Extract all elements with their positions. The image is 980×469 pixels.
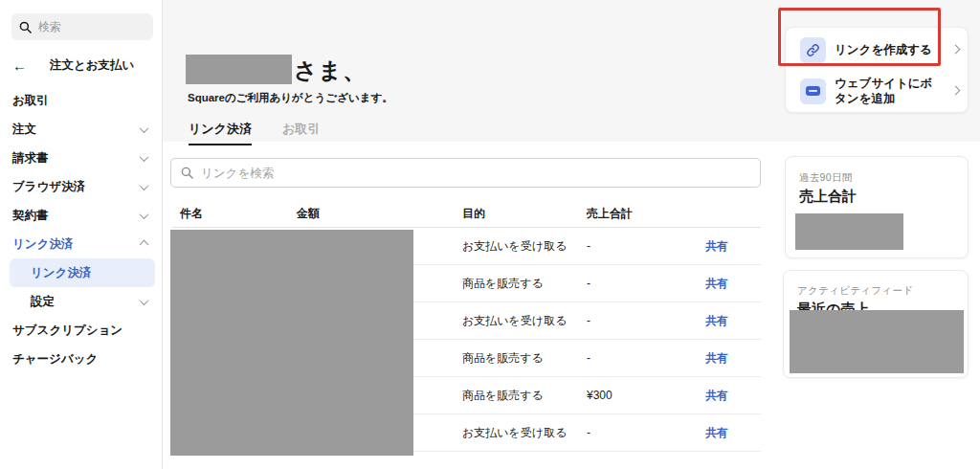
purpose-cell: お支払いを受け取る xyxy=(462,238,587,255)
create-link-label: リンクを作成する xyxy=(835,42,942,57)
create-link-action[interactable]: リンクを作成する xyxy=(786,30,968,70)
link-search-input[interactable] xyxy=(201,167,750,180)
sidebar-item-payment-links-sub[interactable]: リンク決済 xyxy=(10,258,155,287)
sidebar-item-orders[interactable]: 注文 xyxy=(0,115,163,144)
chevron-up-icon xyxy=(140,239,149,249)
sales-summary-card: 過去90日間 売上合計 xyxy=(785,156,969,258)
purpose-cell: お支払いを受け取る xyxy=(462,425,587,441)
table-header-row: 件名 金額 目的 売上合計 xyxy=(172,201,761,228)
chevron-right-icon xyxy=(951,86,961,96)
redacted-sales-amount xyxy=(795,213,903,250)
sidebar-item-payment-links[interactable]: リンク決済 xyxy=(0,230,163,258)
sales-total-title: 売上合計 xyxy=(799,188,956,206)
main-tabs: リンク決済 お取引 xyxy=(189,121,320,145)
add-website-button-label: ウェブサイトにボタンを追加 xyxy=(835,76,942,107)
chevron-down-icon xyxy=(140,181,149,190)
sidebar-item-invoices[interactable]: 請求書 xyxy=(0,144,163,172)
total-cell: ¥300 xyxy=(587,389,705,402)
column-header-purpose: 目的 xyxy=(462,206,587,222)
links-table: 件名 金額 目的 売上合計 お支払いを受け取る - 共有 商品を販売する - 共… xyxy=(172,201,761,452)
search-icon xyxy=(181,167,193,179)
chevron-down-icon xyxy=(140,123,149,133)
total-cell: - xyxy=(587,277,705,290)
purpose-cell: お支払いを受け取る xyxy=(462,313,587,329)
greeting-subtitle: Squareのご利用ありがとうございます。 xyxy=(188,91,393,105)
share-link[interactable]: 共有 xyxy=(705,313,761,329)
redacted-link-names-block xyxy=(170,230,413,456)
sidebar-item-contracts[interactable]: 契約書 xyxy=(0,201,163,230)
purpose-cell: 商品を販売する xyxy=(462,276,587,292)
total-cell: - xyxy=(587,426,705,439)
sidebar-section-title: 注文とお支払い xyxy=(50,57,134,74)
tab-transactions[interactable]: お取引 xyxy=(282,121,320,145)
chevron-down-icon xyxy=(140,210,149,219)
share-link[interactable]: 共有 xyxy=(705,350,761,367)
activity-feed-card: アクティビティフィード 最近の売上 xyxy=(783,270,969,378)
sidebar-item-subscriptions[interactable]: サブスクリプション xyxy=(0,316,163,345)
chevron-down-icon xyxy=(140,296,149,305)
sidebar-search-box[interactable] xyxy=(11,13,153,40)
link-icon xyxy=(800,37,826,63)
tab-payment-links[interactable]: リンク決済 xyxy=(189,121,252,145)
link-search-box[interactable] xyxy=(170,158,761,188)
sales-period-label: 過去90日間 xyxy=(799,171,956,185)
website-button-icon xyxy=(800,78,826,104)
sidebar: ← 注文とお支払い お取引 注文 請求書 ブラウザ決済 契約書 リンク決済 リン… xyxy=(0,0,163,469)
activity-feed-label: アクティビティフィード xyxy=(797,284,956,298)
share-link[interactable]: 共有 xyxy=(705,425,761,441)
greeting-text: さま、 xyxy=(294,56,367,86)
purpose-cell: 商品を販売する xyxy=(462,388,587,404)
share-link[interactable]: 共有 xyxy=(705,276,761,292)
column-header-name: 件名 xyxy=(180,206,297,222)
add-website-button-action[interactable]: ウェブサイトにボタンを追加 xyxy=(786,70,968,112)
share-link[interactable]: 共有 xyxy=(705,238,761,255)
total-cell: - xyxy=(587,314,705,327)
sidebar-item-browser-payments[interactable]: ブラウザ決済 xyxy=(0,172,163,201)
sidebar-nav: お取引 注文 請求書 ブラウザ決済 契約書 リンク決済 リンク決済 設定 サブス… xyxy=(0,86,163,373)
sidebar-search-input[interactable] xyxy=(38,20,134,34)
back-arrow-icon[interactable]: ← xyxy=(12,58,27,73)
square-dashboard: ← 注文とお支払い お取引 注文 請求書 ブラウザ決済 契約書 リンク決済 リン… xyxy=(0,0,980,469)
sidebar-item-transactions[interactable]: お取引 xyxy=(0,86,163,115)
share-link[interactable]: 共有 xyxy=(705,388,761,404)
sidebar-item-chargebacks[interactable]: チャージバック xyxy=(0,345,163,373)
purpose-cell: 商品を販売する xyxy=(462,350,587,367)
column-header-total: 売上合計 xyxy=(587,206,705,222)
redacted-activity-block xyxy=(790,310,964,373)
sidebar-section-header: ← 注文とお支払い xyxy=(0,54,163,77)
column-header-amount: 金額 xyxy=(297,206,462,222)
redacted-merchant-name xyxy=(186,55,292,84)
chevron-right-icon xyxy=(951,45,961,55)
quick-actions-card: リンクを作成する ウェブサイトにボタンを追加 xyxy=(785,27,969,113)
sidebar-item-settings[interactable]: 設定 xyxy=(0,287,163,316)
chevron-down-icon xyxy=(140,152,149,162)
total-cell: - xyxy=(587,239,705,253)
search-icon xyxy=(19,21,32,34)
total-cell: - xyxy=(587,351,705,365)
